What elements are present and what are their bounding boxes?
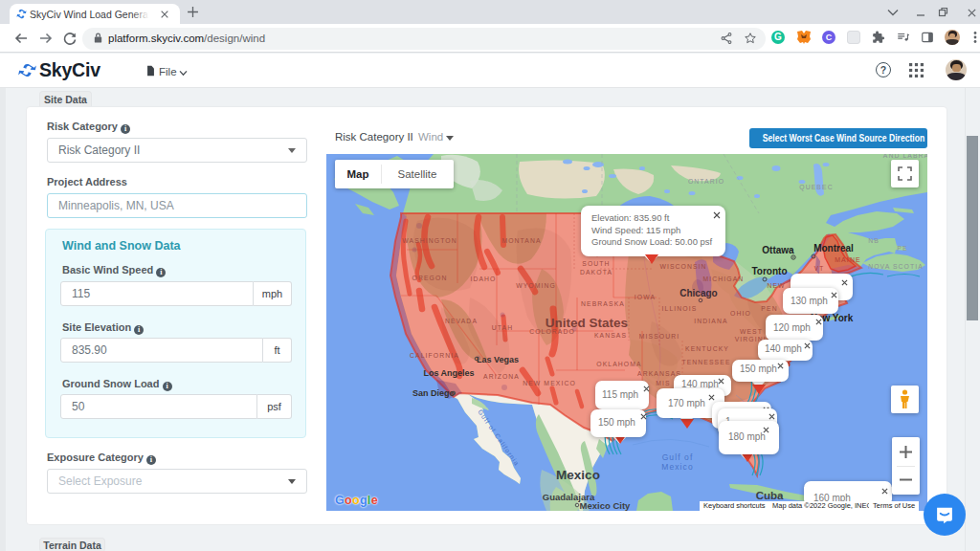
svg-text:ILLINOIS: ILLINOIS	[662, 305, 698, 312]
svg-text:MIS: MIS	[656, 380, 670, 386]
svg-text:NEW: NEW	[767, 282, 785, 289]
svg-text:United States: United States	[546, 316, 628, 330]
svg-text:PE: PE	[897, 245, 907, 252]
svg-text:MISSOURI: MISSOURI	[639, 333, 679, 340]
svg-text:Mexico: Mexico	[661, 462, 694, 472]
svg-text:Ottawa: Ottawa	[762, 245, 794, 255]
svg-text:INDIANA: INDIANA	[694, 318, 727, 324]
svg-text:IDAHO: IDAHO	[470, 276, 496, 282]
svg-text:PEN: PEN	[761, 305, 777, 312]
svg-text:UTAH: UTAH	[492, 324, 513, 331]
svg-text:Las Vegas: Las Vegas	[477, 355, 519, 364]
svg-text:OKLAHOMA: OKLAHOMA	[596, 361, 641, 367]
svg-text:TENNESSEE: TENNESSEE	[681, 359, 730, 365]
svg-text:WASHINGTON: WASHINGTON	[402, 237, 457, 244]
svg-text:IOWA: IOWA	[635, 294, 656, 300]
svg-text:AND LABRA: AND LABRA	[883, 154, 927, 159]
svg-text:MICHIGAN: MICHIGAN	[703, 276, 745, 282]
svg-text:Gulf of: Gulf of	[662, 452, 694, 462]
svg-text:Guadalajara: Guadalajara	[543, 492, 595, 502]
svg-text:OHIO: OHIO	[730, 310, 751, 317]
svg-text:Chicago: Chicago	[679, 288, 717, 298]
svg-text:ONTARIO: ONTARIO	[688, 178, 724, 185]
svg-text:SOUTH: SOUTH	[582, 260, 610, 267]
svg-text:NEVADA: NEVADA	[445, 318, 478, 324]
svg-text:MONTANA: MONTANA	[501, 237, 541, 244]
svg-text:MAINE: MAINE	[835, 256, 861, 263]
svg-text:ARKANSAS: ARKANSAS	[637, 370, 681, 377]
svg-text:KENTUCKY: KENTUCKY	[685, 345, 729, 352]
svg-text:San Diego: San Diego	[412, 388, 456, 398]
svg-text:NEW MEXICO: NEW MEXICO	[523, 380, 576, 386]
svg-text:Cuba: Cuba	[756, 490, 784, 501]
svg-text:NOVA SCOTIA: NOVA SCOTIA	[868, 263, 924, 270]
svg-text:WYOMING: WYOMING	[516, 282, 556, 289]
svg-text:NEBRASKA: NEBRASKA	[581, 300, 625, 307]
svg-text:VT: VT	[814, 265, 825, 272]
svg-text:WEST: WEST	[740, 328, 763, 335]
svg-text:Montreal: Montreal	[813, 243, 854, 253]
svg-text:NB: NB	[868, 237, 880, 244]
svg-text:Los Angeles: Los Angeles	[423, 368, 474, 378]
svg-text:DAKOTA: DAKOTA	[580, 269, 612, 276]
svg-text:ARIZONA: ARIZONA	[483, 373, 520, 380]
svg-text:QUEBEC: QUEBEC	[799, 184, 833, 191]
svg-text:Mexico: Mexico	[556, 468, 600, 482]
svg-text:Toronto: Toronto	[751, 266, 787, 276]
svg-text:CALIFORNIA: CALIFORNIA	[410, 352, 459, 359]
svg-text:WISCONSIN: WISCONSIN	[659, 263, 706, 270]
svg-text:OREGON: OREGON	[412, 275, 448, 281]
svg-text:KANSAS: KANSAS	[594, 332, 627, 339]
